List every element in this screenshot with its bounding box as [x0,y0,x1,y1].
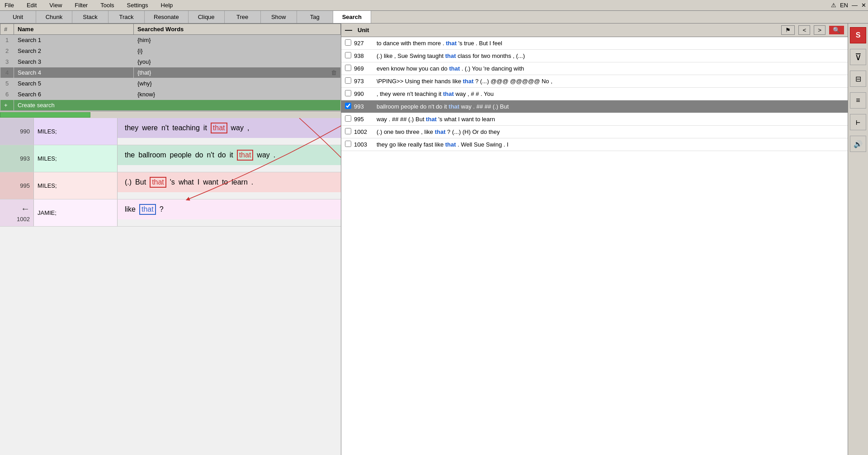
menu-tools[interactable]: Tools [98,1,117,9]
result-checkbox-input[interactable] [345,52,351,58]
close-icon[interactable]: ✕ [861,2,866,9]
filter-sidebar-icon[interactable]: ⊽ [850,49,866,65]
result-row[interactable]: 995way . ## ## (.) But that 's what I wa… [341,113,848,126]
create-search-row[interactable]: +Create search [0,100,341,111]
tab-show[interactable]: Show [261,11,297,23]
result-row[interactable]: 993ballroom people do n't do it that way… [341,100,848,113]
result-checkbox[interactable] [345,115,354,123]
result-checkbox-input[interactable] [345,103,351,109]
word-that-995[interactable]: that [150,177,166,188]
result-checkbox-input[interactable] [345,77,351,84]
result-checkbox-input[interactable] [345,128,351,134]
word-ballroom: ballroom [138,151,166,159]
tree-sidebar-icon[interactable]: ⊢ [850,114,866,130]
result-row[interactable]: 973\PPING>> Using their hands like that … [341,75,848,88]
word-that-993[interactable]: that [237,150,254,161]
minimize-icon[interactable]: — [852,2,858,9]
word-the-993: the [125,151,135,159]
tab-tree[interactable]: Tree [225,11,261,23]
word-paren-995: (.) [125,178,132,186]
result-checkbox-input[interactable] [345,39,351,46]
word-way-993: way [257,151,269,159]
col-header-name: Name [14,24,134,35]
right-panel: — Unit ⚑ < > 🔍 927to dance with them mor… [341,24,848,455]
content-993: the ballroom people do n't do it that wa… [118,145,341,165]
tree-icon: ⊢ [856,118,860,127]
audio-icon: 🔊 [854,140,863,148]
flag-button[interactable]: ⚑ [781,25,795,35]
result-checkbox[interactable] [345,39,354,47]
search-table-row[interactable]: 4Search 4{that}🗑 [0,67,341,78]
logo-sidebar-icon[interactable]: S [850,27,866,43]
audio-sidebar-icon[interactable]: 🔊 [850,136,866,152]
search-table-row[interactable]: 2Search 2{i} [0,46,341,57]
search-table-row[interactable]: 6Search 6{know} [0,89,341,100]
result-row[interactable]: 1002(.) one two three , like that ? (...… [341,126,848,138]
result-checkbox-input[interactable] [345,115,351,122]
result-checkbox[interactable] [345,52,354,60]
tab-clique[interactable]: Clique [189,11,225,23]
list-icon: ≡ [856,96,860,104]
result-row[interactable]: 938(.) like , Sue Swing taught that clas… [341,50,848,62]
result-checkbox[interactable] [345,77,354,85]
result-highlight-word: that [426,116,437,123]
result-num: 1002 [354,128,377,135]
tab-unit[interactable]: Unit [0,11,36,23]
menu-edit[interactable]: Edit [24,1,39,9]
arrow-left-icon[interactable]: ← [21,204,30,214]
results-list: 927to dance with them more . that 's tru… [341,37,848,455]
menu-file[interactable]: File [2,1,17,9]
search-execute-button[interactable]: 🔍 [829,26,844,34]
search-table-row[interactable]: 1Search 1{him} [0,35,341,46]
concordance-panel: 990 MILES; they were n't teaching it tha… [0,118,341,455]
menu-settings[interactable]: Settings [124,1,151,9]
result-checkbox[interactable] [345,128,354,136]
list-sidebar-icon[interactable]: ≡ [850,92,866,109]
result-highlight-word: that [443,90,454,97]
search-table-row[interactable]: 5Search 5{why} [0,78,341,89]
result-row[interactable]: 1003they go like really fast like that .… [341,138,848,151]
word-nt-993: n't [207,151,214,159]
left-panel: # Name Searched Words 1Search 1{him}2Sea… [0,24,341,455]
result-checkbox-input[interactable] [345,65,351,71]
result-checkbox[interactable] [345,65,354,72]
row-words: {that}🗑 [133,67,340,78]
tab-search[interactable]: Search [333,11,371,23]
tab-resonate[interactable]: Resonate [145,11,189,23]
table-sidebar-icon[interactable]: ⊟ [850,71,866,87]
row-words: {you} [133,57,340,67]
menu-filter[interactable]: Filter [72,1,90,9]
result-checkbox[interactable] [345,141,354,148]
search-table-container: # Name Searched Words 1Search 1{him}2Sea… [0,24,341,111]
result-highlight-word: that [445,141,456,148]
result-checkbox[interactable] [345,103,354,110]
speaker-993: MILES; [34,145,118,172]
tab-chunk[interactable]: Chunk [36,11,72,23]
result-checkbox-input[interactable] [345,90,351,96]
menu-view[interactable]: View [47,1,65,9]
word-that-990[interactable]: that [211,123,227,133]
tab-stack[interactable]: Stack [72,11,108,23]
prev-button[interactable]: < [798,25,810,35]
result-checkbox[interactable] [345,90,354,98]
tab-tag[interactable]: Tag [297,11,333,23]
word-want-995: want [203,178,218,186]
word-that-1002[interactable]: that [139,204,156,215]
row-num-1002-label: 1002 [17,216,30,223]
logo-letter: S [856,31,861,39]
next-button[interactable]: > [814,25,826,35]
trash-icon[interactable]: 🗑 [331,69,337,76]
menu-help[interactable]: Help [158,1,176,9]
result-row[interactable]: 990, they were n't teaching it that way … [341,88,848,100]
result-row[interactable]: 969even know how you can do that . (.) Y… [341,62,848,75]
result-row[interactable]: 927to dance with them more . that 's tru… [341,37,848,50]
tab-track[interactable]: Track [108,11,145,23]
result-highlight-word: that [446,40,457,47]
concordance-row-990: 990 MILES; they were n't teaching it tha… [0,118,341,145]
search-table-row[interactable]: 3Search 3{you} [0,57,341,67]
scroll-thumb[interactable] [0,112,90,118]
speaker-995: MILES; [34,172,118,199]
concordance-row-1002: ← 1002 JAMIE; like that ? [0,199,341,227]
scroll-track[interactable] [0,111,341,118]
result-checkbox-input[interactable] [345,141,351,147]
